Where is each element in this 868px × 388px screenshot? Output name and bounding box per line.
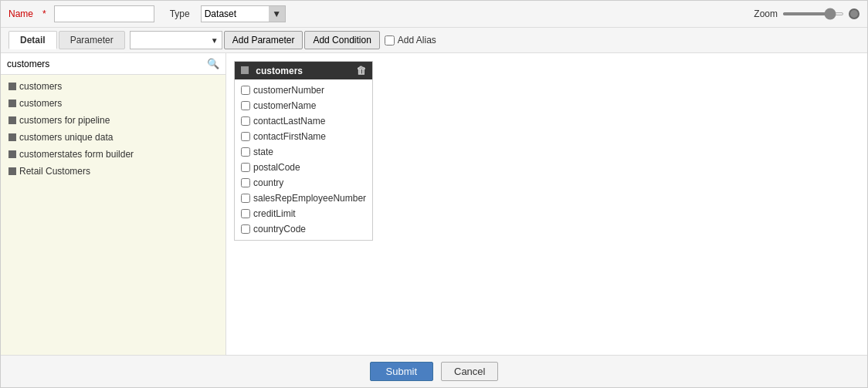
dataset-list-item[interactable]: customerstates form builder: [1, 146, 225, 163]
field-item: creditLimit: [235, 206, 372, 221]
field-name-label: customerNumber: [253, 85, 324, 96]
name-input[interactable]: [54, 5, 154, 22]
field-name-label: salesRepEmployeeNumber: [253, 193, 366, 204]
dataset-item-icon: [8, 150, 16, 158]
tab-bar: Detail Parameter ▼ Add Parameter Add Con…: [1, 28, 867, 53]
type-label: Type: [170, 8, 190, 19]
dataset-item-icon: [8, 116, 16, 124]
cancel-button[interactable]: Cancel: [441, 362, 498, 381]
field-item: countryCode: [235, 221, 372, 237]
add-parameter-button[interactable]: Add Parameter: [224, 31, 303, 49]
search-icon: 🔍: [207, 58, 219, 69]
zoom-area: Zoom: [754, 8, 860, 19]
search-box: 🔍: [1, 53, 225, 75]
dataset-list-item[interactable]: Retail Customers: [1, 163, 225, 180]
content-area: 🔍 customerscustomerscustomers for pipeli…: [1, 53, 867, 355]
field-name-label: contactFirstName: [253, 131, 326, 142]
main-container: Name * Type Dataset Query Stored Procedu…: [0, 0, 868, 388]
type-select[interactable]: Dataset Query Stored Procedure: [201, 5, 286, 22]
dataset-item-label: Retail Customers: [19, 166, 90, 177]
zoom-circle-icon: [849, 8, 860, 19]
field-item: salesRepEmployeeNumber: [235, 191, 372, 206]
search-input[interactable]: [7, 59, 207, 69]
field-item: contactLastName: [235, 113, 372, 129]
field-item: postalCode: [235, 160, 372, 175]
field-checkbox[interactable]: [241, 178, 250, 187]
tab-dropdown-arrow-icon: ▼: [211, 36, 219, 45]
field-checkbox[interactable]: [241, 132, 250, 141]
field-checkbox[interactable]: [241, 209, 250, 218]
dataset-list-item[interactable]: customers for pipeline: [1, 112, 225, 129]
field-name-label: postalCode: [253, 162, 300, 173]
tab-detail[interactable]: Detail: [8, 31, 57, 49]
field-name-label: contactLastName: [253, 116, 325, 127]
left-panel: 🔍 customerscustomerscustomers for pipeli…: [1, 53, 226, 355]
field-checkbox[interactable]: [241, 163, 250, 172]
field-item: customerNumber: [235, 83, 372, 98]
field-name-label: countryCode: [253, 224, 306, 234]
field-name-label: creditLimit: [253, 208, 296, 219]
delete-dataset-icon[interactable]: 🗑: [356, 65, 366, 76]
field-checkbox[interactable]: [241, 86, 250, 95]
field-checkbox[interactable]: [241, 147, 250, 157]
dataset-item-icon: [8, 83, 16, 90]
add-alias-checkbox[interactable]: [385, 35, 395, 46]
dataset-item-icon: [8, 133, 16, 141]
field-item: country: [235, 175, 372, 191]
field-name-label: customerName: [253, 100, 316, 111]
add-condition-button[interactable]: Add Condition: [304, 31, 379, 49]
dataset-list-item[interactable]: customers: [1, 78, 225, 95]
dataset-item-icon: [8, 100, 16, 107]
field-checkbox[interactable]: [241, 194, 250, 203]
dataset-item-label: customers: [19, 98, 62, 109]
top-bar: Name * Type Dataset Query Stored Procedu…: [1, 1, 867, 28]
dataset-block-name: customers: [256, 66, 303, 76]
dataset-item-label: customers: [19, 81, 62, 92]
zoom-slider[interactable]: [782, 12, 844, 15]
add-alias-label: Add Alias: [398, 35, 436, 46]
field-item: state: [235, 144, 372, 160]
dataset-item-label: customers for pipeline: [19, 115, 110, 126]
dataset-list: customerscustomerscustomers for pipeline…: [1, 75, 225, 355]
dataset-block-header: customers 🗑: [235, 62, 372, 79]
bottom-bar: Submit Cancel: [1, 355, 867, 387]
zoom-label: Zoom: [754, 8, 778, 19]
dataset-item-label: customerstates form builder: [19, 149, 134, 160]
dataset-list-item[interactable]: customers unique data: [1, 129, 225, 146]
add-alias-wrap: Add Alias: [385, 35, 436, 46]
dataset-block: customers 🗑 customerNumbercustomerNameco…: [234, 61, 373, 241]
field-checkbox[interactable]: [241, 116, 250, 126]
field-name-label: country: [253, 177, 283, 188]
type-select-wrap: Dataset Query Stored Procedure ▼: [201, 5, 286, 22]
field-item: customerName: [235, 98, 372, 113]
dataset-list-item[interactable]: customers: [1, 95, 225, 112]
field-name-label: state: [253, 147, 273, 157]
tab-parameter[interactable]: Parameter: [59, 31, 125, 49]
dataset-block-icon: [241, 66, 249, 74]
field-checkbox[interactable]: [241, 101, 250, 110]
dataset-block-fields: customerNumbercustomerNamecontactLastNam…: [235, 79, 372, 240]
required-star: *: [42, 8, 46, 19]
submit-button[interactable]: Submit: [370, 362, 433, 381]
tab-dropdown[interactable]: ▼: [130, 31, 222, 49]
right-panel: customers 🗑 customerNumbercustomerNameco…: [226, 53, 867, 355]
dataset-item-icon: [8, 167, 16, 175]
field-item: contactFirstName: [235, 129, 372, 144]
name-label: Name: [8, 8, 33, 19]
dataset-item-label: customers unique data: [19, 132, 113, 143]
field-checkbox[interactable]: [241, 224, 250, 234]
